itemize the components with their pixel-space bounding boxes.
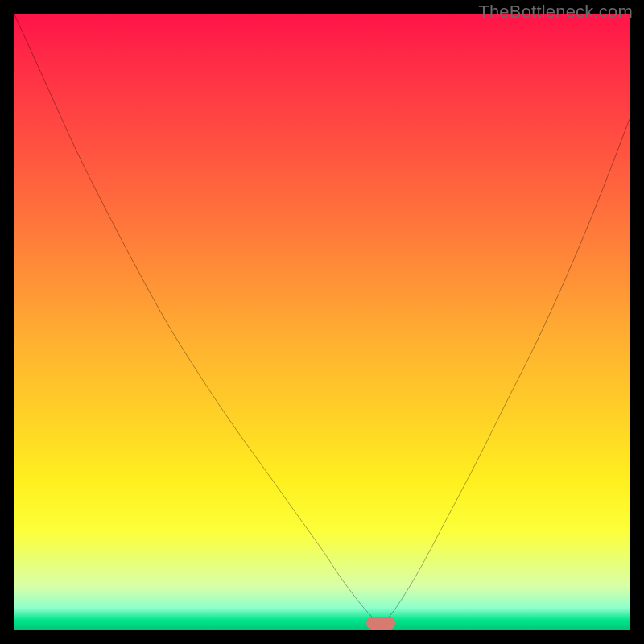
chart-stage: TheBottleneck.com	[0, 0, 644, 644]
optimum-marker	[366, 617, 395, 630]
plot-area	[14, 14, 630, 630]
watermark-text: TheBottleneck.com	[478, 2, 633, 23]
curve-path	[14, 14, 630, 623]
bottleneck-curve	[14, 14, 630, 630]
